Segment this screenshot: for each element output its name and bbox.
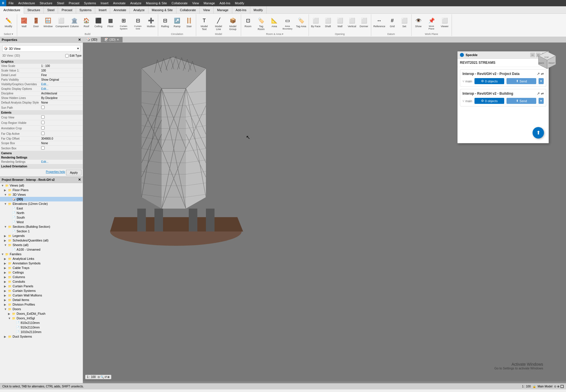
prop-value-section-box[interactable] [40,146,83,151]
ribbon-btn-wall[interactable]: 🧱 Wall [18,15,30,29]
speckle-stream-2-objects-btn[interactable]: ⚙ 0 objects [474,98,504,104]
ribbon-btn-floor[interactable]: ▦ Floor [105,15,116,29]
properties-type-selector[interactable]: 🎲 3D View ▾ [2,45,80,52]
tree-item-3d[interactable]: 🎲 {3D} [0,197,83,201]
tree-item-sheets[interactable]: ▼ 📁 Sheets (all) [0,243,83,247]
tree-item-curtain-wall-mullions[interactable]: ▶ 📁 Curtain Wall Mullions [0,293,83,298]
ribbon-tab-architecture[interactable]: Architecture [0,6,24,14]
tree-item-annotation-symbols[interactable]: ▶ 📁 Annotation Symbols [0,261,83,266]
prop-value-parts-visibility[interactable]: Show Original [40,78,83,82]
ribbon-btn-mullion[interactable]: ➕ Mullion [145,15,157,29]
tree-item-door-810[interactable]: 📄 810x2110mm [0,320,83,325]
ribbon-tab-precast[interactable]: Precast [58,6,76,13]
speckle-stream-1-objects-btn[interactable]: ⚙ 0 objects [474,78,504,84]
speckle-fab-button[interactable]: ⬆ [533,127,544,138]
menu-systems[interactable]: Systems [82,1,98,5]
tree-item-floor-plans[interactable]: ▶ 📁 Floor Plans [0,188,83,192]
ribbon-tab-systems[interactable]: Systems [76,6,95,13]
tree-item-door-1010[interactable]: 📄 1010x2110mm [0,330,83,334]
tree-item-doors[interactable]: ▼ 📁 Doors [0,307,83,311]
prop-value-far-clip-offset[interactable]: 304800.0 [40,136,83,141]
ribbon-btn-window[interactable]: 🪟 Window [42,15,54,29]
prop-value-far-clip-active[interactable] [40,131,83,136]
menu-analyze[interactable]: Analyze [128,1,144,5]
speckle-stream-1-send-btn[interactable]: ⬆ Send [507,78,536,84]
menu-steel[interactable]: Steel [55,1,66,5]
prop-value-scale-value[interactable]: 100 [40,68,83,73]
ribbon-btn-railing[interactable]: ⊟ Railing [159,15,171,29]
ribbon-tab-structure[interactable]: Structure [24,6,44,13]
tree-item-elevations[interactable]: ▼ 📁 Elevations (12mm Circle) [0,201,83,206]
speckle-stream-2-send-btn[interactable]: ⬆ Send [507,98,536,104]
ribbon-tab-massing[interactable]: Massing & Site [148,6,176,13]
tree-item-views-all[interactable]: ▼ 📁 Views (all) [0,183,83,188]
menu-collaborate[interactable]: Collaborate [169,1,190,5]
ribbon-btn-vertical[interactable]: ⬜ Vertical [346,15,358,29]
ribbon-btn-tag-room[interactable]: 🏷️ Tag Room [254,15,268,31]
tree-item-detail-items[interactable]: ▶ 📁 Detail Items [0,298,83,302]
menu-annotate[interactable]: Annotate [111,1,128,5]
tree-item-doors-intsgl[interactable]: ▼ 📁 Doors_IntSgl [0,316,83,320]
ribbon-tab-analyze[interactable]: Analyze [130,6,148,13]
tree-item-families[interactable]: ▼ 📁 Families [0,252,83,256]
viewport-tab-2-close[interactable]: ✕ [117,38,119,41]
project-browser-close-btn[interactable]: ✕ [78,178,81,182]
ribbon-tab-view[interactable]: View [200,6,214,13]
properties-close-btn[interactable]: ✕ [78,38,81,42]
tree-item-legends[interactable]: ▶ 📁 Legends [0,233,83,238]
speckle-stream-2-external-link[interactable]: ↗ [537,92,540,96]
prop-value-rendering[interactable]: Edit... [40,160,83,164]
viewcube[interactable]: TOP BACK RIGHT [533,47,561,73]
ribbon-tab-addins[interactable]: Add-Ins [232,6,250,13]
tree-item-curtain-panels[interactable]: ▶ 📁 Curtain Panels [0,284,83,288]
tree-item-east[interactable]: 📄 East [0,206,83,211]
ribbon-btn-roof[interactable]: 🏠 Roof [81,15,92,29]
tree-item-columns[interactable]: ▶ 📁 Columns [0,275,83,279]
ribbon-btn-modify[interactable]: ✏️ Modify [3,15,14,29]
menu-file[interactable]: File [6,1,16,5]
ribbon-btn-show-work-plane[interactable]: 👁️ Show [413,15,424,29]
speckle-stream-2-dropdown[interactable]: ▾ [539,98,544,104]
ribbon-tab-steel[interactable]: Steel [44,6,58,13]
prop-value-graphic-display[interactable]: Edit... [40,87,83,91]
tree-item-division-profiles[interactable]: ▶ 📁 Division Profiles [0,302,83,307]
prop-value-analysis-display[interactable]: None [40,100,83,105]
tree-item-cable-trays[interactable]: ▶ 📁 Cable Trays [0,266,83,270]
ribbon-btn-area[interactable]: 📐 Area [269,15,280,29]
tree-item-duct-systems[interactable]: ▶ 📁 Duct Systems [0,334,83,339]
ribbon-tab-modify[interactable]: Modify [250,6,267,13]
ribbon-btn-model-group[interactable]: 📦 Model Group [226,15,240,31]
ribbon-btn-ceiling[interactable]: ⬛ Ceiling [93,15,104,29]
ribbon-btn-ramp[interactable]: ↗️ Ramp [171,15,183,29]
viewport-canvas[interactable]: Speckle ─ □ ✕ REVIT2021 STREAMS ↻ Intero… [83,43,566,381]
viewport-icon-1[interactable]: ⊙ [98,375,100,379]
ribbon-tab-collaborate[interactable]: Collaborate [176,6,200,13]
menu-addins[interactable]: Add-Ins [217,1,233,5]
tree-item-analytical-links[interactable]: ▶ 📁 Analytical Links [0,256,83,261]
ribbon-btn-room[interactable]: ⊡ Room [242,15,254,29]
apply-button[interactable]: Apply [66,170,82,175]
ribbon-btn-stair[interactable]: 🪜 Stair [183,15,195,29]
ribbon-btn-tag-area[interactable]: 🏷️ Tag Area [295,15,307,29]
tree-item-3d-views[interactable]: ▼ 📁 3D Views [0,192,83,197]
tree-item-a100[interactable]: 📄 A100 - Unnamed [0,247,83,252]
ribbon-btn-column[interactable]: 🏛️ Column [69,15,80,29]
tree-item-north[interactable]: 📄 North [0,211,83,215]
prop-value-discipline[interactable]: Architectural [40,91,83,96]
tree-item-doors-extdbl[interactable]: ▶ 📁 Doors_ExtDbl_Flush [0,311,83,316]
speckle-stream-2-settings[interactable]: ⇌ [541,92,544,96]
tree-item-south[interactable]: 📄 South [0,215,83,220]
ribbon-tab-insert[interactable]: Insert [95,6,110,13]
properties-help-link[interactable]: Properties help [45,170,66,175]
ribbon-btn-model-text[interactable]: T Model Text [197,15,211,31]
speckle-stream-1-dropdown[interactable]: ▾ [539,78,544,84]
viewport-tab-2[interactable]: 🎲 {3D} ✕ [101,37,122,42]
ribbon-btn-curtain-grid[interactable]: ⊟ Curtain Grid [131,15,145,31]
ribbon-btn-door[interactable]: 🚪 Door [30,15,42,29]
tree-item-conduits[interactable]: ▶ 📁 Conduits [0,279,83,284]
ribbon-btn-viewer[interactable]: ⬜ Viewer [439,15,450,29]
menu-modify[interactable]: Modify [233,1,246,5]
tree-item-curtain-systems[interactable]: ▶ 📁 Curtain Systems [0,288,83,293]
menu-structure[interactable]: Structure [37,1,55,5]
edit-type-checkbox[interactable] [65,54,69,58]
